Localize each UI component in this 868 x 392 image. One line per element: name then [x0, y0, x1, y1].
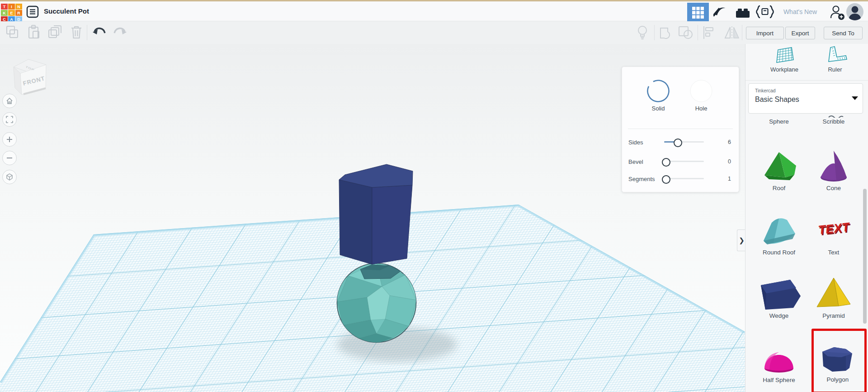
logo-tile: N	[15, 4, 22, 10]
zoom-in-button[interactable]	[2, 132, 17, 147]
shape-item-sphere[interactable]: Sphere	[755, 118, 802, 125]
shape-item-pyramid[interactable]: Pyramid	[810, 276, 857, 319]
toolbar-divider	[654, 25, 655, 40]
wedge-shape-icon	[755, 276, 802, 311]
viewport-3d[interactable]: TOP FRONT	[0, 44, 745, 392]
send-to-button[interactable]: Send To	[824, 27, 863, 39]
solid-label: Solid	[640, 105, 676, 112]
logo-tile: T	[1, 4, 8, 10]
minecraft-pickaxe-icon[interactable]	[713, 5, 727, 20]
cone-shape-icon	[810, 148, 857, 183]
roof-shape-icon	[755, 148, 802, 183]
polygon-highlight-box	[811, 329, 867, 392]
fit-view-button[interactable]	[2, 112, 17, 127]
logo-tile: K	[1, 10, 8, 16]
user-avatar[interactable]	[846, 3, 863, 20]
logo-tile: I	[8, 4, 15, 10]
segments-label: Segments	[628, 176, 660, 182]
zoom-out-button[interactable]	[2, 151, 17, 165]
sides-label: Sides	[628, 139, 660, 146]
delete-trash-icon[interactable]	[71, 24, 82, 42]
toolbar-divider	[742, 25, 742, 40]
copy-icon[interactable]	[5, 25, 19, 41]
shape-item-roof[interactable]: Roof	[755, 148, 802, 191]
panel-divider	[745, 80, 868, 81]
ruler-tool[interactable]: Ruler	[822, 46, 848, 73]
mirror-flip-icon[interactable]	[724, 25, 740, 42]
bevel-slider-thumb[interactable]	[662, 158, 670, 167]
library-name: Basic Shapes	[755, 96, 799, 104]
ungroup-icon[interactable]	[678, 25, 694, 42]
pyramid-shape-icon	[810, 276, 857, 311]
library-brand: Tinkercad	[755, 88, 776, 93]
workplane-label: Workplane	[769, 66, 800, 73]
align-icon[interactable]	[702, 25, 716, 42]
workplane-icon	[769, 46, 800, 64]
shape-library-dropdown[interactable]: Tinkercad Basic Shapes	[748, 83, 863, 114]
logo-tile: R	[15, 10, 22, 16]
codeblocks-icon[interactable]	[755, 5, 775, 21]
whats-new-link[interactable]: What's New	[778, 8, 822, 15]
scribble-shape-partial[interactable]	[827, 114, 845, 118]
shape-inspector-panel: Solid Hole Sides 6 Bevel 0 Segments 1	[622, 67, 739, 192]
export-button[interactable]: Export	[785, 27, 815, 39]
shape-item-scribble[interactable]: Scribble	[810, 118, 857, 125]
text-shape-icon: TEXT TEXT	[810, 213, 857, 247]
inspector-divider	[628, 129, 733, 129]
home-view-button[interactable]	[2, 94, 17, 108]
chevron-down-icon	[852, 96, 858, 100]
sides-slider-track[interactable]	[664, 141, 704, 143]
bevel-value: 0	[719, 158, 731, 165]
segments-slider-thumb[interactable]	[662, 175, 670, 184]
import-button[interactable]: Import	[746, 27, 784, 39]
tinkercad-logo[interactable]: T I N K E R C A D	[1, 4, 22, 22]
workplane-tool[interactable]: Workplane	[769, 46, 800, 73]
dashboard-grid-icon[interactable]	[687, 3, 709, 22]
shape-item-round-roof[interactable]: Round Roof	[755, 213, 802, 256]
ruler-label: Ruler	[822, 66, 848, 73]
group-icon[interactable]	[659, 25, 674, 42]
panel-collapse-chevron[interactable]: ❯	[737, 229, 745, 251]
segments-value: 1	[719, 176, 731, 182]
shape-item-cone[interactable]: Cone	[810, 148, 857, 191]
shape-item-wedge[interactable]: Wedge	[755, 276, 802, 319]
design-title[interactable]: Succulent Pot	[44, 7, 89, 15]
header-bar: T I N K E R C A D Succulent Pot	[0, 1, 868, 21]
undo-icon[interactable]	[92, 26, 107, 40]
hole-label: Hole	[683, 105, 719, 112]
shape-item-text[interactable]: TEXT TEXT Text	[810, 213, 857, 256]
shape-item-half-sphere[interactable]: Half Sphere	[755, 340, 802, 383]
view-cube[interactable]: TOP FRONT	[14, 59, 46, 95]
duplicate-icon[interactable]	[47, 24, 63, 42]
toolbar-divider	[698, 25, 698, 40]
ruler-icon	[825, 46, 850, 64]
toolbar-divider	[87, 25, 87, 40]
perspective-toggle-button[interactable]	[2, 170, 17, 184]
design-properties-icon[interactable]	[26, 5, 39, 20]
polygon-prism-model	[339, 164, 413, 264]
half-sphere-shape-icon	[755, 340, 802, 375]
paste-icon[interactable]	[27, 24, 41, 42]
shapes-scrollbar[interactable]	[863, 189, 867, 324]
tips-lightbulb-icon[interactable]	[636, 24, 649, 43]
edit-toolbar: Import Export Send To	[0, 21, 868, 44]
shapes-panel: Workplane Ruler Tinkercad Basic Shapes	[745, 44, 868, 392]
sides-slider-thumb[interactable]	[674, 139, 682, 147]
logo-tile: E	[8, 10, 15, 16]
bevel-label: Bevel	[628, 158, 660, 165]
tinkercad-window: T I N K E R C A D Succulent Pot	[0, 0, 868, 392]
invite-person-add-icon[interactable]	[829, 4, 845, 22]
redo-icon[interactable]	[112, 26, 127, 40]
round-roof-shape-icon	[755, 213, 802, 247]
solid-mode-radio[interactable]	[646, 79, 670, 103]
lego-brick-icon[interactable]	[735, 7, 750, 20]
sides-value: 6	[719, 139, 731, 145]
hole-mode-radio[interactable]	[689, 79, 713, 103]
